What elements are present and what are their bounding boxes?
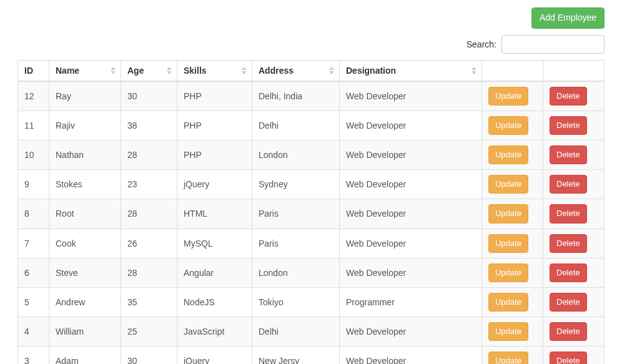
delete-button[interactable]: Delete [550,293,587,312]
cell-delete: Delete [543,170,605,199]
cell-skills: Angular [177,258,252,287]
cell-age: 30 [121,347,177,364]
update-button[interactable]: Update [488,87,528,106]
table-row: 6Steve28AngularLondonWeb DeveloperUpdate… [18,258,605,287]
cell-id: 7 [18,229,49,258]
delete-button[interactable]: Delete [550,322,587,341]
delete-button[interactable]: Delete [550,352,587,364]
cell-age: 28 [121,199,177,229]
sort-icon [329,67,334,74]
column-header-skills[interactable]: Skills [177,60,252,81]
table-row: 3Adam30jQueryNew JersyWeb DeveloperUpdat… [18,347,605,364]
cell-id: 9 [18,170,49,199]
cell-delete: Delete [543,347,605,364]
cell-id: 4 [18,317,49,347]
update-button[interactable]: Update [488,352,528,364]
cell-address: Delhi [252,317,340,347]
search-input[interactable] [501,35,605,54]
delete-button[interactable]: Delete [550,263,587,282]
cell-name: Root [49,199,121,229]
cell-name: Nathan [49,140,121,169]
cell-update: Update [482,140,543,169]
table-row: 8Root28HTMLParisWeb DeveloperUpdateDelet… [18,199,605,229]
update-button[interactable]: Update [488,145,528,164]
cell-address: Sydney [252,170,340,199]
cell-update: Update [482,170,543,199]
update-button[interactable]: Update [488,263,528,282]
cell-age: 38 [121,111,177,140]
cell-id: 12 [18,81,49,111]
cell-update: Update [482,258,543,287]
sort-icon [242,67,247,74]
column-header-update [482,60,543,81]
cell-designation: Web Developer [340,258,482,287]
column-header-designation[interactable]: Designation [340,60,482,81]
cell-delete: Delete [543,317,605,347]
add-employee-button[interactable]: Add Employee [531,7,605,29]
cell-update: Update [482,199,543,229]
delete-button[interactable]: Delete [550,204,587,223]
cell-skills: NodeJS [177,287,252,317]
cell-address: New Jersy [252,347,340,364]
cell-address: London [252,140,340,169]
update-button[interactable]: Update [488,204,528,223]
cell-id: 6 [18,258,49,287]
cell-skills: PHP [177,140,252,169]
delete-button[interactable]: Delete [550,234,587,253]
cell-age: 23 [121,170,177,199]
column-header-label: Designation [346,66,396,76]
cell-designation: Web Developer [340,229,482,258]
column-header-name[interactable]: Name [49,60,121,81]
cell-age: 30 [121,81,177,111]
cell-skills: JavaScript [177,317,252,347]
table-row: 7Cook26MySQLParisWeb DeveloperUpdateDele… [18,229,605,258]
update-button[interactable]: Update [488,234,528,253]
cell-id: 11 [18,111,49,140]
table-row: 10Nathan28PHPLondonWeb DeveloperUpdateDe… [18,140,605,169]
update-button[interactable]: Update [488,293,528,312]
table-row: 4William25JavaScriptDelhiWeb DeveloperUp… [18,317,605,347]
cell-address: Delhi [252,111,340,140]
cell-designation: Web Developer [340,111,482,140]
cell-skills: PHP [177,81,252,111]
cell-update: Update [482,111,543,140]
update-button[interactable]: Update [488,322,528,341]
delete-button[interactable]: Delete [550,116,587,135]
table-row: 11Rajiv38PHPDelhiWeb DeveloperUpdateDele… [18,111,605,140]
table-row: 9Stokes23jQuerySydneyWeb DeveloperUpdate… [18,170,605,199]
cell-name: William [49,317,121,347]
cell-update: Update [482,287,543,317]
column-header-age[interactable]: Age [121,60,177,81]
cell-name: Cook [49,229,121,258]
cell-designation: Web Developer [340,317,482,347]
cell-id: 8 [18,199,49,229]
table-row: 5Andrew35NodeJSTokiyoProgrammerUpdateDel… [18,287,605,317]
cell-designation: Web Developer [340,170,482,199]
cell-name: Rajiv [49,111,121,140]
cell-delete: Delete [543,111,605,140]
cell-id: 5 [18,287,49,317]
cell-address: Paris [252,199,340,229]
delete-button[interactable]: Delete [550,175,587,194]
sort-icon [167,67,172,74]
column-header-label: Address [259,66,294,76]
column-header-address[interactable]: Address [252,60,340,81]
cell-skills: HTML [177,199,252,229]
column-header-label: Skills [184,66,207,76]
cell-delete: Delete [543,287,605,317]
search-label: Search: [466,39,496,49]
cell-delete: Delete [543,81,605,111]
delete-button[interactable]: Delete [550,87,587,106]
cell-skills: PHP [177,111,252,140]
cell-name: Stokes [49,170,121,199]
update-button[interactable]: Update [488,116,528,135]
cell-delete: Delete [543,199,605,229]
update-button[interactable]: Update [488,175,528,194]
column-header-delete [543,60,605,81]
cell-update: Update [482,317,543,347]
cell-update: Update [482,229,543,258]
cell-age: 25 [121,317,177,347]
delete-button[interactable]: Delete [550,145,587,164]
column-header-label: ID [24,66,33,76]
column-header-id[interactable]: ID [18,60,49,81]
